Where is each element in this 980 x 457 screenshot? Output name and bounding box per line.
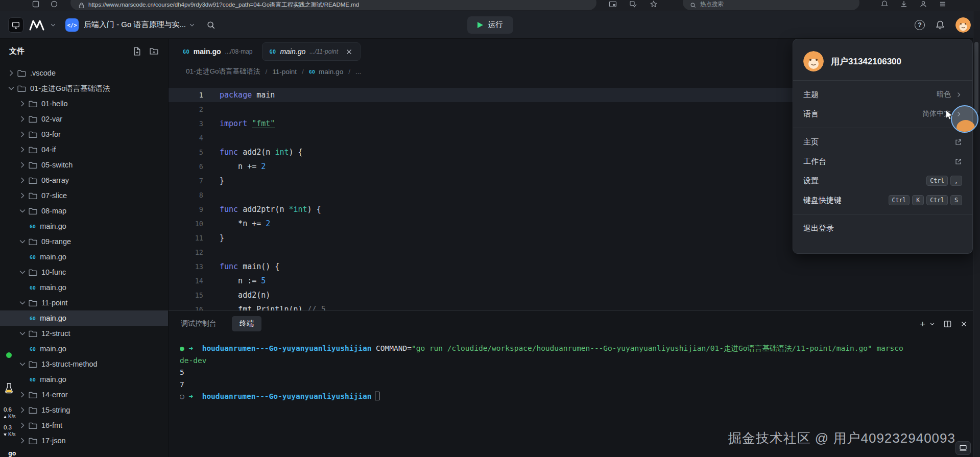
breadcrumb-item-01--Go-[interactable]: 01-走进Go语言基础语法 xyxy=(186,67,260,76)
tree-folder-06-array-7[interactable]: 06-array xyxy=(0,173,168,188)
notification-bell-icon[interactable] xyxy=(935,20,945,30)
folder-icon xyxy=(29,191,37,200)
app-window-icon[interactable] xyxy=(8,17,23,33)
breadcrumb-item-...[interactable]: ... xyxy=(355,68,361,76)
menu-item-workspace[interactable]: 工作台 xyxy=(793,152,972,171)
tree-folder-14-error-21[interactable]: 14-error xyxy=(0,387,168,402)
panel-tab-terminal[interactable]: 终端 xyxy=(232,316,261,331)
tree-item-label: 10-func xyxy=(41,268,66,276)
run-button[interactable]: 运行 xyxy=(467,16,513,34)
chevron-down-icon[interactable] xyxy=(50,22,56,28)
menu-item-settings[interactable]: 设置Ctrl, xyxy=(793,171,972,190)
chevron-down-icon[interactable] xyxy=(189,22,195,28)
menu-item-logout[interactable]: 退出登录 xyxy=(793,219,972,238)
menu-item-label: 键盘快捷键 xyxy=(803,196,886,205)
picture-in-picture-icon[interactable] xyxy=(609,0,617,8)
marscode-logo[interactable] xyxy=(29,19,47,31)
search-icon[interactable] xyxy=(206,20,216,30)
user-avatar[interactable] xyxy=(955,17,971,33)
tree-folder-09-range-11[interactable]: 09-range xyxy=(0,234,168,249)
menu-item-theme[interactable]: 主题暗色 xyxy=(793,85,972,104)
split-panel-icon[interactable] xyxy=(943,320,952,328)
folder-icon xyxy=(17,69,26,78)
browser-menu-icon[interactable] xyxy=(939,0,947,8)
terminal-output[interactable]: ● ➜ houduanrumen---Go-yuyanyuanliyushiji… xyxy=(169,336,980,403)
tree-item-label: 04-if xyxy=(41,146,56,154)
close-panel-icon[interactable] xyxy=(960,320,968,328)
tree-file-main.go-12[interactable]: GOmain.go xyxy=(0,249,168,264)
tree-folder-05-switch-6[interactable]: 05-switch xyxy=(0,157,168,173)
tree-file-main.go-20[interactable]: GOmain.go xyxy=(0,372,168,387)
code-line-13[interactable]: 13func main() { xyxy=(169,259,980,274)
project-title[interactable]: 后端入门 - Go 语言原理与实... xyxy=(84,20,186,30)
tree-file-main.go-10[interactable]: GOmain.go xyxy=(0,219,168,234)
screen-share-icon[interactable] xyxy=(955,441,971,455)
browser-url-bar[interactable]: https://www.marscode.cn/course/dh4pv9rdy… xyxy=(70,0,596,10)
editor-tab-main.go...-08-map[interactable]: GOmain.go.../08-map xyxy=(176,42,260,61)
close-icon[interactable] xyxy=(345,48,353,56)
editor-tab-main.go...-11-point[interactable]: GOmain.go.../11-point xyxy=(262,42,361,61)
tree-folder-11-point-15[interactable]: 11-point xyxy=(0,295,168,310)
tree-folder-12-struct-17[interactable]: 12-struct xyxy=(0,326,168,341)
folder-icon xyxy=(29,130,37,139)
tree-folder-.vscode-0[interactable]: .vscode xyxy=(0,65,168,81)
file-explorer: 文件 .vscode01-走进Go语言基础语法01-hello02-var03-… xyxy=(0,39,169,457)
tree-folder-04-if-5[interactable]: 04-if xyxy=(0,142,168,157)
download-icon[interactable] xyxy=(900,0,908,8)
tree-folder-16-fmt-23[interactable]: 16-fmt xyxy=(0,418,168,433)
tab-path: .../08-map xyxy=(225,48,253,55)
tree-file-main.go-18[interactable]: GOmain.go xyxy=(0,341,168,356)
run-label: 运行 xyxy=(488,20,503,30)
bottom-left-text: go xyxy=(8,449,16,457)
notifications-icon[interactable] xyxy=(880,0,889,8)
tree-folder-02-var-3[interactable]: 02-var xyxy=(0,111,168,127)
net-up-value: 0.6 xyxy=(4,406,15,413)
folder-icon xyxy=(29,299,37,307)
tree-folder-03-for-4[interactable]: 03-for xyxy=(0,127,168,142)
panel-tab-debug-console[interactable]: 调试控制台 xyxy=(181,319,217,328)
network-upload-speed: 0.6 K/s xyxy=(4,406,15,420)
tree-file-main.go-14[interactable]: GOmain.go xyxy=(0,280,168,295)
tree-folder-10-func-13[interactable]: 10-func xyxy=(0,264,168,280)
breadcrumb-item-main.go[interactable]: GOmain.go xyxy=(309,68,343,76)
external-link-icon xyxy=(954,138,962,146)
line-number: 6 xyxy=(169,162,203,171)
page-scrollbar[interactable] xyxy=(973,11,980,457)
new-file-icon[interactable] xyxy=(132,46,142,56)
code-line-16[interactable]: 16 fmt.Println(n) // 5 xyxy=(169,302,980,310)
browser-tab-icon[interactable] xyxy=(32,0,40,8)
profile-icon[interactable] xyxy=(919,0,927,8)
code-line-14[interactable]: 14 n := 5 xyxy=(169,274,980,288)
chevron-down-icon[interactable] xyxy=(929,321,935,327)
new-folder-icon[interactable] xyxy=(149,46,159,56)
tree-file-main.go-16[interactable]: GOmain.go xyxy=(0,310,168,326)
new-terminal-icon[interactable]: + xyxy=(920,319,925,329)
bookmark-star-icon[interactable] xyxy=(650,0,658,8)
tree-folder-01--Go--1[interactable]: 01-走进Go语言基础语法 xyxy=(0,81,168,96)
tree-folder-01-hello-2[interactable]: 01-hello xyxy=(0,96,168,111)
tree-item-label: 02-var xyxy=(41,115,62,123)
help-icon[interactable]: ? xyxy=(915,20,925,30)
browser-refresh-icon[interactable] xyxy=(50,0,58,8)
chevron-down-icon xyxy=(18,360,27,368)
menu-item-keyboard-shortcuts[interactable]: 键盘快捷键CtrlKCtrlS xyxy=(793,190,972,210)
tree-folder-13-struct-method-19[interactable]: 13-struct-method xyxy=(0,356,168,372)
code-text: add2(n) xyxy=(203,291,270,300)
tree-item-label: 06-array xyxy=(41,176,69,184)
terminal-cursor xyxy=(375,392,379,400)
chevron-right-icon xyxy=(18,115,27,123)
translate-page-icon[interactable] xyxy=(629,0,637,8)
scrollbar-thumb[interactable] xyxy=(974,42,978,113)
browser-search[interactable]: 热点搜索 xyxy=(683,0,859,10)
menu-item-label: 退出登录 xyxy=(803,224,962,233)
code-line-15[interactable]: 15 add2(n) xyxy=(169,288,980,302)
tree-folder-08-map-9[interactable]: 08-map xyxy=(0,203,168,219)
tree-folder-07-slice-8[interactable]: 07-slice xyxy=(0,188,168,203)
tree-folder-15-string-22[interactable]: 15-string xyxy=(0,402,168,418)
breadcrumb-item-11-point[interactable]: 11-point xyxy=(272,68,297,76)
menu-item-home[interactable]: 主页 xyxy=(793,132,972,152)
tree-folder-17-json-24[interactable]: 17-json xyxy=(0,433,168,448)
folder-icon xyxy=(29,268,37,277)
chevron-right-icon xyxy=(18,406,27,414)
play-icon xyxy=(477,22,483,28)
